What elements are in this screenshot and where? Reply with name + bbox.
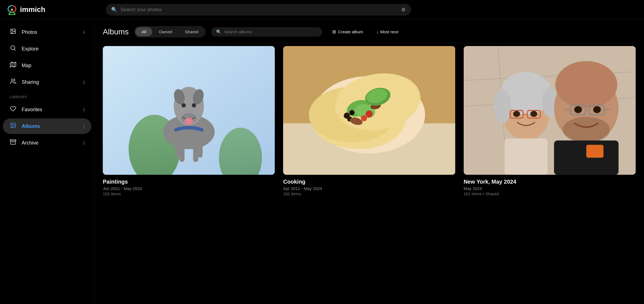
svg-point-40	[361, 115, 367, 121]
svg-point-22	[192, 103, 196, 107]
sort-arrow-icon: ↓	[376, 29, 379, 34]
photos-icon	[9, 28, 17, 36]
filter-icon[interactable]: ⚙	[401, 7, 406, 13]
svg-rect-11	[10, 140, 16, 141]
sidebar-item-albums[interactable]: Albums ℹ	[3, 118, 91, 134]
svg-point-0	[11, 9, 13, 11]
album-card-newyork[interactable]: New York, May 2024 May 2024 161 items • …	[464, 46, 636, 196]
archive-icon	[9, 139, 17, 147]
album-card-cooking[interactable]: Cooking Apr 2011 - May 2024 181 items	[283, 46, 455, 196]
create-album-icon: ⊞	[332, 29, 336, 34]
svg-marker-5	[10, 62, 16, 67]
main-content: Albums All Owned Shared 🔍 ⊞ Create album…	[94, 19, 644, 304]
albums-icon	[9, 122, 17, 130]
sidebar-item-archive[interactable]: Archive ℹ	[3, 135, 91, 151]
sidebar-item-favorites[interactable]: Favorites ℹ	[3, 102, 91, 117]
search-albums-bar[interactable]: 🔍	[211, 27, 322, 37]
album-meta-paintings: 192 items	[103, 191, 275, 196]
albums-grid: Paintings Jun 2021 - May 2024 192 items	[103, 46, 636, 196]
sidebar-item-explore-label: Explore	[22, 46, 85, 52]
sidebar-item-photos-label: Photos	[22, 29, 78, 35]
albums-header: Albums All Owned Shared 🔍 ⊞ Create album…	[103, 19, 636, 43]
create-album-label: Create album	[338, 29, 363, 34]
album-card-paintings[interactable]: Paintings Jun 2021 - May 2024 192 items	[103, 46, 275, 196]
svg-point-57	[513, 111, 520, 117]
sort-button[interactable]: ↓ Most rece	[373, 27, 402, 36]
sharing-icon	[9, 78, 17, 86]
app-name: immich	[20, 5, 45, 14]
svg-point-52	[494, 89, 511, 123]
main-layout: Photos ℹ Explore Map	[0, 19, 644, 304]
album-date-cooking: Apr 2011 - May 2024	[283, 186, 455, 191]
svg-rect-59	[505, 138, 548, 175]
svg-point-58	[530, 111, 537, 117]
album-thumb-newyork	[464, 46, 636, 175]
sidebar-item-albums-label: Albums	[22, 123, 78, 129]
svg-point-2	[12, 30, 13, 31]
immich-logo-icon	[7, 4, 17, 15]
svg-point-61	[555, 61, 617, 108]
topbar: immich 🔍 ⚙	[0, 0, 644, 19]
create-album-button[interactable]: ⊞ Create album	[328, 27, 368, 37]
search-icon: 🔍	[111, 7, 117, 13]
svg-point-23	[184, 118, 193, 125]
sidebar-item-photos[interactable]: Photos ℹ	[3, 24, 91, 40]
sidebar-item-map[interactable]: Map	[3, 58, 91, 73]
sidebar-item-map-label: Map	[22, 63, 85, 69]
sidebar-item-archive-label: Archive	[22, 140, 78, 146]
svg-line-4	[14, 49, 15, 50]
album-thumb-cooking	[283, 46, 455, 175]
sort-label: Most rece	[380, 29, 399, 34]
sharing-info-icon[interactable]: ℹ	[83, 80, 85, 85]
album-meta-newyork: 161 items • Shared	[464, 191, 636, 196]
svg-point-21	[181, 103, 186, 107]
svg-rect-27	[198, 143, 203, 158]
filter-tabs: All Owned Shared	[134, 26, 206, 37]
svg-point-68	[593, 106, 601, 113]
sidebar-item-sharing-label: Sharing	[22, 79, 78, 85]
map-icon	[9, 62, 17, 69]
search-albums-icon: 🔍	[216, 29, 221, 34]
sidebar-item-explore[interactable]: Explore	[3, 41, 91, 57]
library-section-label: LIBRARY	[0, 90, 94, 101]
sidebar: Photos ℹ Explore Map	[0, 19, 94, 304]
album-name-paintings: Paintings	[103, 179, 275, 185]
photos-info-icon[interactable]: ℹ	[83, 30, 85, 35]
svg-rect-71	[586, 145, 603, 158]
album-meta-cooking: 181 items	[283, 191, 455, 196]
svg-point-10	[12, 124, 13, 125]
svg-point-8	[11, 79, 13, 81]
search-albums-input[interactable]	[224, 29, 317, 34]
svg-point-39	[366, 110, 373, 117]
filter-tab-shared[interactable]: Shared	[179, 27, 204, 36]
search-input[interactable]	[121, 7, 398, 12]
sidebar-item-sharing[interactable]: Sharing ℹ	[3, 74, 91, 90]
favorites-info-icon[interactable]: ℹ	[83, 107, 85, 112]
svg-point-37	[350, 110, 355, 115]
archive-info-icon[interactable]: ℹ	[83, 140, 85, 146]
svg-rect-70	[554, 141, 618, 175]
logo-area: immich	[7, 4, 101, 15]
filter-tab-owned[interactable]: Owned	[153, 27, 178, 36]
album-name-newyork: New York, May 2024	[464, 179, 636, 185]
favorites-icon	[9, 106, 17, 113]
explore-icon	[9, 45, 17, 53]
search-bar[interactable]: 🔍 ⚙	[106, 4, 411, 16]
album-date-paintings: Jun 2021 - May 2024	[103, 186, 275, 191]
album-thumb-paintings	[103, 46, 275, 175]
svg-rect-26	[175, 143, 180, 158]
album-date-newyork: May 2024	[464, 186, 636, 191]
header-divider	[103, 43, 636, 43]
filter-tab-all[interactable]: All	[135, 27, 152, 36]
sidebar-item-favorites-label: Favorites	[22, 107, 78, 113]
svg-point-67	[574, 106, 582, 113]
albums-page-title: Albums	[103, 27, 129, 36]
album-name-cooking: Cooking	[283, 179, 455, 185]
albums-info-icon[interactable]: ℹ	[83, 124, 85, 129]
svg-point-69	[563, 117, 610, 143]
